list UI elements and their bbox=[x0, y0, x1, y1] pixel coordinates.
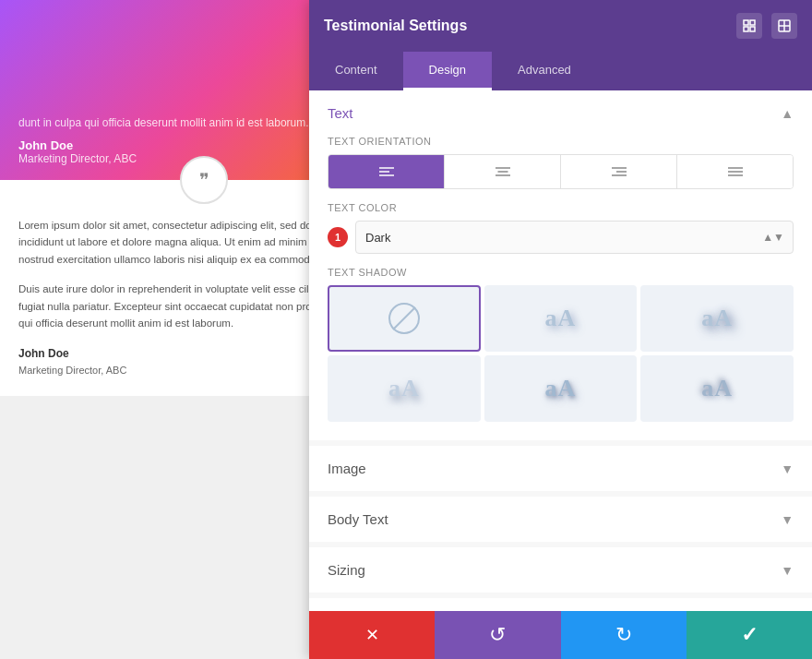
undo-icon: ↺ bbox=[489, 623, 506, 647]
orientation-right[interactable] bbox=[561, 155, 677, 188]
quote-icon: ❞ bbox=[180, 156, 228, 204]
spacing-section: Spacing ▼ bbox=[309, 598, 812, 611]
orientation-left[interactable] bbox=[328, 155, 445, 188]
layout-icon-button[interactable] bbox=[771, 13, 797, 39]
sizing-section: Sizing ▼ bbox=[309, 547, 812, 593]
orientation-label: Text Orientation bbox=[328, 136, 794, 147]
image-section-chevron: ▼ bbox=[781, 461, 794, 476]
text-section-chevron: ▲ bbox=[781, 106, 794, 121]
panel-header: Testimonial Settings bbox=[309, 0, 812, 52]
redo-icon: ↻ bbox=[615, 623, 632, 647]
image-section-label: Image bbox=[328, 461, 366, 476]
tab-advanced[interactable]: Advanced bbox=[492, 52, 597, 90]
body-author-role: Marketing Director, ABC bbox=[18, 365, 126, 376]
shadow-1-preview: aA bbox=[545, 305, 577, 332]
body-text-section: Body Text ▼ bbox=[309, 497, 812, 542]
text-section: Text ▲ Text Orientation bbox=[309, 90, 812, 440]
svg-rect-3 bbox=[750, 27, 755, 31]
orientation-center[interactable] bbox=[445, 155, 561, 188]
sizing-section-chevron: ▼ bbox=[781, 563, 794, 578]
expand-icon-button[interactable] bbox=[736, 13, 762, 39]
image-section-header[interactable]: Image ▼ bbox=[309, 446, 812, 491]
shadow-4-preview: aA bbox=[545, 375, 577, 402]
undo-button[interactable]: ↺ bbox=[435, 611, 560, 659]
svg-rect-0 bbox=[744, 20, 748, 25]
text-section-header[interactable]: Text ▲ bbox=[309, 90, 812, 121]
sizing-section-header[interactable]: Sizing ▼ bbox=[309, 547, 812, 593]
tab-content[interactable]: Content bbox=[309, 52, 403, 90]
shadow-3-preview: aA bbox=[388, 375, 420, 402]
panel-title: Testimonial Settings bbox=[324, 18, 467, 34]
panel-header-actions bbox=[736, 13, 797, 39]
shadow-label: Text Shadow bbox=[328, 267, 794, 278]
tab-design[interactable]: Design bbox=[403, 52, 492, 90]
shadow-4[interactable]: aA bbox=[484, 355, 638, 422]
body-author-name: John Doe bbox=[18, 347, 69, 360]
shadow-3[interactable]: aA bbox=[328, 355, 481, 422]
body-text-section-label: Body Text bbox=[328, 511, 388, 527]
body-text-section-header[interactable]: Body Text ▼ bbox=[309, 497, 812, 542]
shadow-none[interactable] bbox=[328, 285, 481, 352]
svg-line-20 bbox=[393, 307, 415, 330]
text-section-label: Text bbox=[328, 105, 353, 121]
shadow-5[interactable]: aA bbox=[640, 355, 794, 422]
text-color-select[interactable]: Dark Light Custom bbox=[355, 221, 794, 254]
body-text-section-chevron: ▼ bbox=[781, 512, 794, 527]
panel-body: Text ▲ Text Orientation bbox=[309, 90, 812, 611]
sizing-section-label: Sizing bbox=[328, 562, 365, 578]
shadow-1[interactable]: aA bbox=[484, 285, 638, 352]
confirm-button[interactable]: ✓ bbox=[687, 611, 812, 659]
cancel-button[interactable]: ✕ bbox=[309, 611, 435, 659]
orientation-group bbox=[328, 154, 794, 189]
text-color-select-wrap: 1 Dark Light Custom ▲▼ bbox=[328, 221, 794, 254]
image-section: Image ▼ bbox=[309, 446, 812, 491]
text-section-content: Text Orientation Text Co bbox=[309, 121, 812, 440]
color-badge: 1 bbox=[328, 227, 348, 247]
cancel-icon: ✕ bbox=[365, 625, 379, 645]
shadow-2[interactable]: aA bbox=[640, 285, 794, 352]
panel-tabs: Content Design Advanced bbox=[309, 52, 812, 90]
color-label: Text Color bbox=[328, 202, 794, 213]
panel-footer: ✕ ↺ ↻ ✓ bbox=[309, 611, 812, 659]
svg-rect-1 bbox=[750, 20, 755, 25]
settings-panel: Testimonial Settings Content De bbox=[309, 0, 812, 659]
spacing-section-header[interactable]: Spacing ▼ bbox=[309, 598, 812, 611]
shadow-2-preview: aA bbox=[701, 305, 733, 332]
shadow-5-preview: aA bbox=[701, 375, 733, 402]
svg-rect-2 bbox=[744, 27, 748, 31]
shadow-grid: aA aA aA aA aA bbox=[328, 285, 794, 422]
confirm-icon: ✓ bbox=[741, 623, 758, 647]
orientation-justify[interactable] bbox=[677, 155, 793, 188]
redo-button[interactable]: ↻ bbox=[561, 611, 687, 659]
